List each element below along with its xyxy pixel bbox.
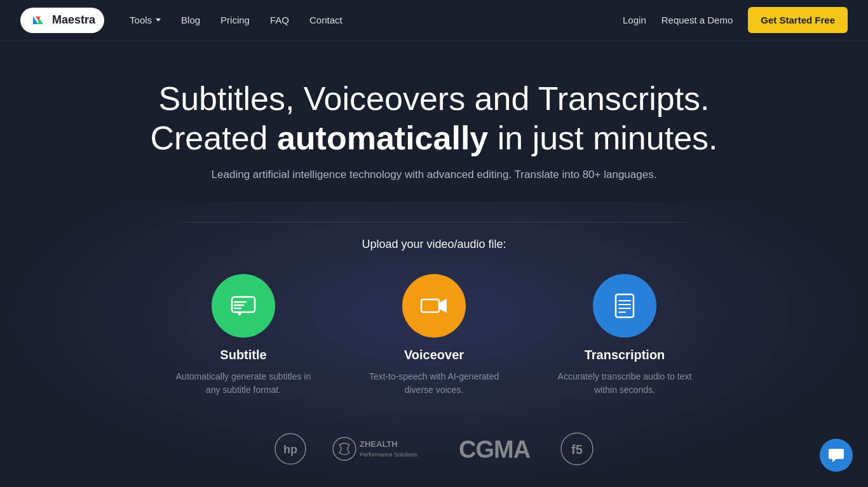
service-card-voiceover[interactable]: Voiceover Text-to-speech with AI-generat…	[364, 274, 504, 397]
svg-text:f5: f5	[571, 442, 583, 456]
upload-section: Upload your video/audio file: Subtitle A…	[0, 202, 868, 486]
svg-rect-5	[421, 299, 439, 312]
hero-heading: Subtitles, Voiceovers and Transcripts. C…	[13, 79, 855, 158]
get-started-button[interactable]: Get Started Free	[748, 7, 848, 33]
chat-button[interactable]	[820, 439, 853, 472]
logos-section: hp ZHEALTH Performance Solutions CGMA f5	[13, 422, 855, 486]
nav-pricing[interactable]: Pricing	[220, 15, 250, 25]
nav-contact[interactable]: Contact	[309, 15, 342, 25]
svg-text:Performance Solutions: Performance Solutions	[360, 451, 418, 458]
nav-links: Tools Blog Pricing FAQ Contact	[130, 15, 623, 25]
svg-rect-6	[616, 294, 634, 317]
separator	[181, 222, 687, 223]
logo-f5: f5	[560, 432, 593, 465]
voiceover-title: Voiceover	[404, 348, 464, 362]
svg-text:hp: hp	[283, 443, 297, 456]
hero-subtitle: Leading artificial intelligence technolo…	[13, 168, 855, 181]
logo-cgma: CGMA	[459, 436, 535, 462]
login-link[interactable]: Login	[623, 15, 646, 25]
cgma-logo: CGMA	[459, 436, 535, 462]
subtitle-desc: Automatically generate subtitles in any …	[173, 370, 313, 397]
svg-point-13	[333, 437, 356, 460]
zhealth-logo: ZHEALTH Performance Solutions	[332, 436, 433, 462]
transcription-desc: Accurately transcribe audio to text with…	[555, 370, 695, 397]
demo-link[interactable]: Request a Demo	[661, 15, 733, 25]
navbar: Maestra Tools Blog Pricing FAQ Contact L…	[0, 0, 868, 41]
service-cards: Subtitle Automatically generate subtitle…	[13, 274, 855, 397]
voiceover-desc: Text-to-speech with AI-generated diverse…	[364, 370, 504, 397]
service-card-subtitle[interactable]: Subtitle Automatically generate subtitle…	[173, 274, 313, 397]
voiceover-icon-circle[interactable]	[402, 274, 466, 338]
logo[interactable]: Maestra	[20, 8, 104, 33]
f5-logo: f5	[560, 432, 593, 465]
chat-icon	[828, 447, 844, 463]
upload-label: Upload your video/audio file:	[13, 238, 855, 251]
nav-faq[interactable]: FAQ	[270, 15, 289, 25]
svg-text:ZHEALTH: ZHEALTH	[360, 439, 398, 449]
subtitle-icon-circle[interactable]	[212, 274, 275, 338]
service-card-transcription[interactable]: Transcription Accurately transcribe audi…	[555, 274, 695, 397]
subtitle-title: Subtitle	[220, 348, 266, 362]
logo-hp: hp	[275, 433, 306, 465]
hero-section: Subtitles, Voiceovers and Transcripts. C…	[0, 41, 868, 181]
logo-text: Maestra	[52, 13, 95, 27]
tools-dropdown-arrow	[156, 18, 161, 22]
logo-zhealth: ZHEALTH Performance Solutions	[332, 436, 433, 462]
hp-logo: hp	[275, 433, 306, 465]
nav-blog[interactable]: Blog	[181, 15, 200, 25]
subtitle-icon	[228, 291, 259, 321]
voiceover-icon	[419, 291, 449, 321]
nav-right: Login Request a Demo Get Started Free	[623, 7, 848, 33]
nav-tools[interactable]: Tools	[130, 15, 161, 25]
transcription-icon	[609, 291, 640, 321]
transcription-title: Transcription	[585, 348, 665, 362]
transcription-icon-circle[interactable]	[593, 274, 656, 338]
svg-text:CGMA: CGMA	[459, 436, 531, 462]
logo-icon	[29, 11, 47, 29]
